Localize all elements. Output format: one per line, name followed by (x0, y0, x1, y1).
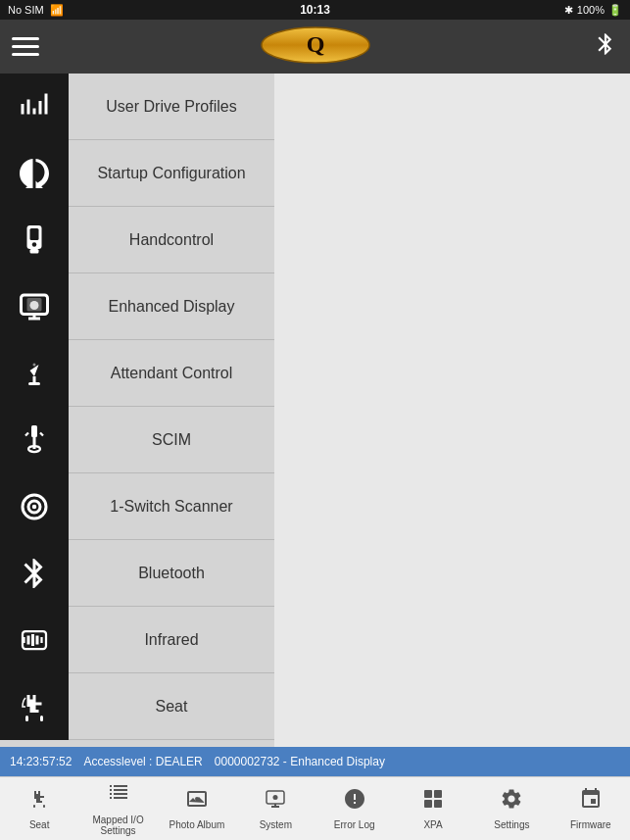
svg-marker-11 (30, 359, 39, 376)
mapped-io-icon (107, 782, 130, 812)
svg-point-4 (32, 242, 37, 247)
sidebar-item-infrared[interactable]: Infrared (0, 607, 274, 673)
content-panel (274, 74, 630, 747)
tab-photo-album[interactable]: Photo Album (158, 777, 236, 840)
bluetooth-label: Bluetooth (69, 565, 274, 582)
svg-rect-32 (43, 805, 45, 808)
sidebar: User Drive Profiles Startup Configuratio… (0, 74, 274, 747)
sidebar-item-enhanced-display[interactable]: Enhanced Display (0, 273, 274, 340)
sidebar-item-bluetooth[interactable]: Bluetooth (0, 540, 274, 607)
svg-rect-3 (30, 228, 39, 240)
tab-error-log-label: Error Log (334, 819, 375, 830)
svg-point-22 (32, 504, 37, 509)
tab-firmware[interactable]: Firmware (552, 777, 630, 840)
attendant-control-label: Attendant Control (69, 365, 274, 382)
handcontrol-label: Handcontrol (69, 231, 274, 249)
tab-settings-label: Settings (494, 819, 529, 830)
sidebar-item-scim[interactable]: SCIM (0, 407, 274, 473)
sidebar-item-startup-configuration[interactable]: Startup Configuration (0, 140, 274, 207)
menu-button[interactable] (12, 37, 39, 56)
tab-system-label: System (260, 819, 292, 830)
svg-rect-29 (25, 716, 28, 721)
battery-label: 100% (577, 4, 605, 16)
startup-configuration-label: Startup Configuration (69, 165, 274, 182)
svg-rect-16 (33, 437, 36, 449)
svg-rect-15 (31, 425, 37, 437)
bottom-status-bar: 14:23:57:52 Accesslevel : DEALER 0000002… (0, 747, 630, 776)
seat-tab-icon (27, 787, 51, 816)
svg-point-14 (33, 363, 36, 366)
tab-photo-album-label: Photo Album (170, 819, 225, 830)
app-header: Q (0, 20, 630, 74)
status-access-level: Accesslevel : DEALER (83, 755, 202, 768)
sidebar-item-1-switch-scanner[interactable]: 1-Switch Scanner (0, 473, 274, 540)
sidebar-item-attendant-control[interactable]: Attendant Control (0, 340, 274, 407)
tab-system[interactable]: System (236, 777, 315, 840)
svg-rect-5 (30, 249, 39, 254)
bluetooth-header-icon[interactable] (593, 31, 618, 63)
wifi-icon: 📶 (50, 4, 64, 17)
tab-mapped-io[interactable]: Mapped I/O Settings (78, 777, 157, 840)
app-logo: Q (257, 25, 374, 70)
status-device-id: 0000002732 - Enhanced Display (215, 755, 385, 768)
seat-icon-box (0, 673, 69, 740)
tab-mapped-io-label: Mapped I/O Settings (78, 815, 157, 836)
time-label: 10:13 (300, 3, 330, 17)
svg-point-10 (30, 301, 39, 310)
carrier-label: No SIM (8, 4, 44, 16)
tab-firmware-label: Firmware (570, 819, 611, 830)
infrared-icon-box (0, 607, 69, 673)
svg-rect-40 (424, 800, 432, 808)
system-icon (264, 787, 287, 816)
error-log-icon (343, 787, 366, 816)
svg-text:Q: Q (306, 31, 324, 57)
sidebar-item-user-drive-profiles[interactable]: User Drive Profiles (0, 74, 274, 140)
svg-rect-12 (33, 376, 36, 382)
handcontrol-icon-box (0, 207, 69, 273)
tab-xpa[interactable]: XPA (394, 777, 472, 840)
tab-xpa-label: XPA (423, 819, 442, 830)
photo-album-icon (185, 787, 209, 816)
user-drive-profiles-icon-box (0, 74, 69, 140)
scim-icon-box (0, 407, 69, 473)
svg-rect-30 (40, 716, 43, 721)
seat-label: Seat (69, 698, 274, 716)
battery-icon: 🔋 (608, 4, 622, 17)
enhanced-display-label: Enhanced Display (69, 298, 274, 316)
tab-error-log[interactable]: Error Log (315, 777, 394, 840)
svg-line-19 (40, 432, 43, 435)
tab-settings[interactable]: Settings (472, 777, 551, 840)
bt-status-icon: ✱ (564, 4, 573, 17)
svg-point-37 (273, 795, 278, 800)
firmware-icon (579, 787, 603, 816)
svg-rect-13 (28, 382, 40, 385)
infrared-label: Infrared (69, 631, 274, 649)
settings-icon (500, 787, 523, 816)
status-time: 14:23:57:52 (10, 755, 72, 768)
1-switch-scanner-label: 1-Switch Scanner (69, 498, 274, 516)
svg-line-18 (25, 432, 28, 435)
scim-label: SCIM (69, 431, 274, 449)
tab-bar: Seat Mapped I/O Settings Photo Album (0, 776, 630, 840)
svg-rect-38 (424, 790, 432, 798)
svg-rect-39 (434, 790, 442, 798)
user-drive-profiles-label: User Drive Profiles (69, 98, 274, 116)
status-bar: No SIM 📶 10:13 ✱ 100% 🔋 (0, 0, 630, 20)
xpa-icon (421, 787, 445, 816)
1-switch-scanner-icon-box (0, 473, 69, 540)
tab-seat[interactable]: Seat (0, 777, 78, 840)
enhanced-display-icon-box (0, 273, 69, 340)
main-content: User Drive Profiles Startup Configuratio… (0, 74, 630, 747)
svg-rect-31 (33, 805, 35, 808)
tab-seat-label: Seat (29, 819, 50, 830)
sidebar-item-seat[interactable]: Seat (0, 673, 274, 740)
startup-configuration-icon-box (0, 140, 69, 207)
bluetooth-icon-box (0, 540, 69, 607)
sidebar-item-handcontrol[interactable]: Handcontrol (0, 207, 274, 273)
svg-rect-41 (434, 800, 442, 808)
attendant-control-icon-box (0, 340, 69, 407)
